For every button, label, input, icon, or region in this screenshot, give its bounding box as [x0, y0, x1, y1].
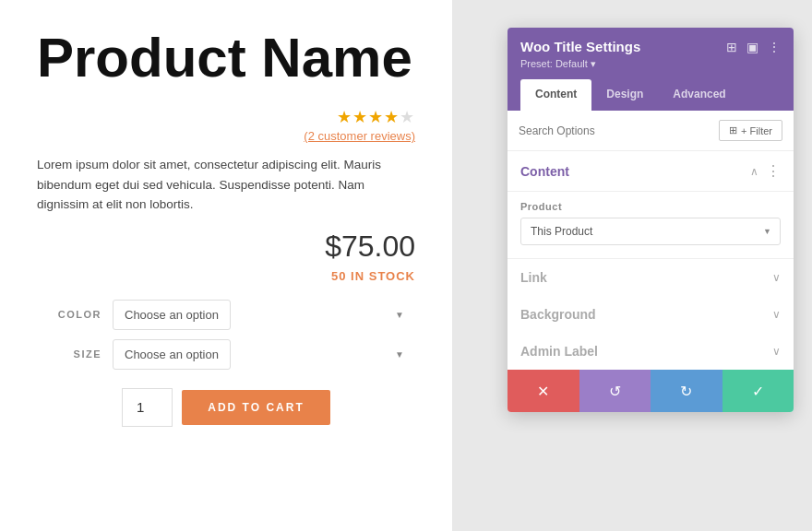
- panel-footer: ✕ ↺ ↻ ✓: [508, 370, 794, 412]
- filter-icon: ⊞: [729, 124, 737, 136]
- redo-icon: ↻: [680, 383, 692, 400]
- search-input[interactable]: [519, 124, 711, 137]
- product-select[interactable]: This Product: [520, 218, 781, 245]
- tab-content[interactable]: Content: [520, 79, 591, 111]
- search-row: ⊞ + Filter: [508, 111, 794, 151]
- panel-preset[interactable]: Preset: Default ▾: [520, 58, 781, 70]
- reviews-link[interactable]: (2 customer reviews): [304, 129, 415, 143]
- product-field-label: Product: [520, 201, 781, 212]
- background-section-title: Background: [520, 307, 596, 322]
- add-to-cart-button[interactable]: ADD TO CART: [182, 390, 329, 425]
- size-select[interactable]: Choose an option: [113, 339, 231, 370]
- layout-icon[interactable]: ▣: [746, 40, 758, 54]
- quantity-input[interactable]: [122, 388, 173, 427]
- undo-button[interactable]: ↺: [579, 370, 651, 412]
- content-section-header[interactable]: Content ∧ ⋮: [508, 151, 794, 192]
- tab-advanced[interactable]: Advanced: [658, 79, 740, 111]
- star-rating: ★★★★★: [337, 108, 415, 126]
- background-section-header[interactable]: Background ∨: [508, 296, 794, 333]
- settings-area: Woo Title Settings ⊞ ▣ ⋮ Preset: Default…: [452, 0, 812, 531]
- cancel-icon: ✕: [537, 383, 549, 400]
- content-section-controls: ∧ ⋮: [750, 162, 781, 180]
- color-label: COLOR: [37, 309, 102, 320]
- undo-icon: ↺: [609, 383, 621, 400]
- panel-icons: ⊞ ▣ ⋮: [726, 40, 781, 54]
- save-icon: ✓: [752, 383, 764, 400]
- color-attribute-row: COLOR Choose an option: [37, 300, 415, 330]
- section-menu-button[interactable]: ⋮: [766, 162, 781, 180]
- cancel-button[interactable]: ✕: [508, 370, 579, 412]
- size-label: SIZE: [37, 348, 102, 360]
- stock-info: 50 IN STOCK: [37, 269, 415, 283]
- expand-icon[interactable]: ⊞: [726, 40, 737, 54]
- rating-area: ★★★★★ (2 customer reviews): [37, 107, 415, 144]
- collapse-chevron[interactable]: ∧: [750, 165, 758, 178]
- size-attribute-row: SIZE Choose an option: [37, 339, 415, 370]
- panel-header-top: Woo Title Settings ⊞ ▣ ⋮: [520, 39, 781, 54]
- admin-label-chevron[interactable]: ∨: [772, 345, 781, 358]
- panel-title: Woo Title Settings: [520, 39, 640, 54]
- color-select[interactable]: Choose an option: [113, 300, 231, 330]
- cart-row: ADD TO CART: [37, 388, 415, 427]
- product-description: Lorem ipsum dolor sit amet, consectetur …: [37, 155, 415, 215]
- color-select-wrapper: Choose an option: [113, 300, 415, 330]
- panel-header: Woo Title Settings ⊞ ▣ ⋮ Preset: Default…: [508, 28, 794, 111]
- link-section-title: Link: [520, 270, 547, 285]
- content-section-title: Content: [520, 164, 569, 179]
- product-panel: Product Name ★★★★★ (2 customer reviews) …: [0, 0, 452, 531]
- settings-panel: Woo Title Settings ⊞ ▣ ⋮ Preset: Default…: [508, 28, 794, 412]
- product-price: $75.00: [37, 230, 415, 264]
- filter-button[interactable]: ⊞ + Filter: [719, 120, 782, 141]
- admin-label-section-title: Admin Label: [520, 344, 598, 359]
- tab-design[interactable]: Design: [591, 79, 658, 111]
- save-button[interactable]: ✓: [722, 370, 794, 412]
- size-select-wrapper: Choose an option: [113, 339, 415, 370]
- background-chevron[interactable]: ∨: [772, 308, 781, 321]
- product-title: Product Name: [37, 28, 415, 88]
- product-select-wrapper: This Product: [520, 218, 781, 245]
- panel-tabs: Content Design Advanced: [520, 79, 781, 111]
- panel-body: ⊞ + Filter Content ∧ ⋮ Product This Prod…: [508, 111, 794, 370]
- content-section-body: Product This Product: [508, 192, 794, 259]
- more-icon[interactable]: ⋮: [768, 40, 781, 54]
- link-section-header[interactable]: Link ∨: [508, 259, 794, 296]
- link-chevron[interactable]: ∨: [772, 271, 781, 284]
- admin-label-section-header[interactable]: Admin Label ∨: [508, 333, 794, 370]
- redo-button[interactable]: ↻: [651, 370, 722, 412]
